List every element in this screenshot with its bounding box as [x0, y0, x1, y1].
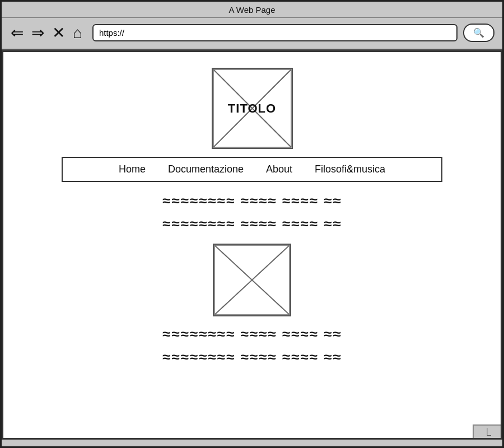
text-block-2: ≈≈≈≈≈≈≈≈ ≈≈≈≈ ≈≈≈≈ ≈≈ ≈≈≈≈≈≈≈≈ ≈≈≈≈ ≈≈≈≈… — [162, 325, 342, 366]
close-button[interactable]: ✕ — [51, 25, 66, 41]
address-bar-wrap — [92, 24, 458, 41]
content-image — [213, 244, 291, 316]
window-title: A Web Page — [228, 5, 275, 15]
text-block-1: ≈≈≈≈≈≈≈≈ ≈≈≈≈ ≈≈≈≈ ≈≈ ≈≈≈≈≈≈≈≈ ≈≈≈≈ ≈≈≈≈… — [162, 192, 342, 232]
nav-filosofi-musica[interactable]: Filosofi&musica — [315, 164, 385, 175]
search-button[interactable]: 🔍 — [463, 24, 494, 42]
squiggly-line-2: ≈≈≈≈≈≈≈≈ ≈≈≈≈ ≈≈≈≈ ≈≈ — [162, 216, 342, 231]
back-icon: ⇐ — [11, 24, 24, 41]
logo-image: TITOLO — [212, 68, 293, 149]
page-content: TITOLO Home Documentazione About Filosof… — [2, 50, 502, 440]
back-button[interactable]: ⇐ — [10, 25, 25, 41]
nav-home[interactable]: Home — [119, 164, 146, 175]
home-button[interactable]: ⌂ — [72, 25, 83, 41]
forward-icon: ⇒ — [31, 24, 44, 41]
squiggly-line-4: ≈≈≈≈≈≈≈≈ ≈≈≈≈ ≈≈≈≈ ≈≈ — [162, 349, 342, 364]
nav-about[interactable]: About — [266, 164, 292, 175]
close-icon: ✕ — [52, 24, 65, 41]
squiggly-line-1: ≈≈≈≈≈≈≈≈ ≈≈≈≈ ≈≈≈≈ ≈≈ — [162, 193, 342, 208]
navigation-bar: Home Documentazione About Filosofi&music… — [62, 157, 442, 182]
forward-button[interactable]: ⇒ — [30, 25, 45, 41]
address-input[interactable] — [92, 24, 458, 41]
nav-documentazione[interactable]: Documentazione — [168, 164, 244, 175]
status-bar: ⎿ — [473, 424, 501, 438]
browser-chrome: ⇐ ⇒ ✕ ⌂ 🔍 — [2, 18, 502, 50]
search-icon: 🔍 — [473, 27, 484, 38]
title-bar: A Web Page — [2, 2, 502, 18]
status-icon: ⎿ — [483, 427, 491, 436]
home-icon: ⌂ — [73, 24, 82, 41]
squiggly-line-3: ≈≈≈≈≈≈≈≈ ≈≈≈≈ ≈≈≈≈ ≈≈ — [162, 326, 342, 341]
logo-text: TITOLO — [228, 101, 276, 116]
